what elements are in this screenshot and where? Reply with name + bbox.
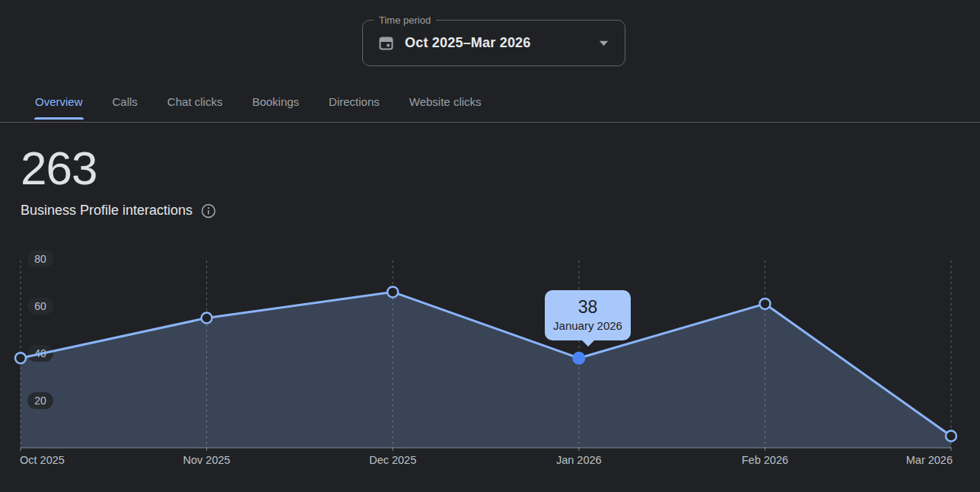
- y-axis-label: 60: [34, 300, 46, 312]
- tab-bookings[interactable]: Bookings: [251, 95, 300, 122]
- x-axis-label-2: Dec 2025: [369, 454, 416, 466]
- chart-container: 20406080Oct 2025Nov 2025Dec 2025Jan 2026…: [0, 248, 980, 484]
- info-icon[interactable]: [201, 203, 216, 219]
- x-axis-label-1: Nov 2025: [183, 454, 231, 466]
- chart-point-4[interactable]: [759, 299, 770, 309]
- chart-point-2[interactable]: [387, 286, 398, 297]
- time-period-label: Time period: [374, 14, 436, 27]
- x-axis-label-4: Feb 2026: [742, 454, 788, 466]
- chart-point-selected[interactable]: [572, 352, 585, 365]
- tab-directions[interactable]: Directions: [328, 95, 380, 122]
- tab-overview[interactable]: Overview: [34, 95, 84, 122]
- x-axis-label-0: Oct 2025: [20, 454, 65, 466]
- tooltip-label: January 2026: [545, 319, 631, 332]
- header-bar: Time period Oct 2025–Mar 2026 OverviewCa…: [0, 0, 980, 123]
- y-axis-label: 20: [34, 395, 46, 407]
- tab-calls[interactable]: Calls: [112, 95, 138, 122]
- x-axis-label-5: Mar 2026: [906, 454, 953, 466]
- time-period-selector[interactable]: Time period Oct 2025–Mar 2026: [362, 20, 625, 66]
- y-axis-label: 80: [34, 253, 46, 265]
- time-period-value: Oct 2025–Mar 2026: [405, 35, 531, 51]
- metric-value: 263: [21, 145, 97, 192]
- chart-area-fill: [21, 292, 951, 448]
- metric-label: Business Profile interactions: [21, 203, 192, 219]
- x-axis-label-3: Jan 2026: [556, 454, 602, 466]
- chart-point-5[interactable]: [946, 431, 956, 442]
- caret-down-icon: [599, 40, 609, 46]
- tab-website-clicks[interactable]: Website clicks: [409, 95, 482, 122]
- chart-point-1[interactable]: [202, 313, 212, 324]
- interactions-chart: 20406080Oct 2025Nov 2025Dec 2025Jan 2026…: [0, 248, 980, 476]
- calendar-icon: [378, 35, 394, 51]
- chart-point-0[interactable]: [15, 353, 26, 363]
- chart-tooltip: 38 January 2026: [545, 290, 631, 340]
- tooltip-value: 38: [545, 297, 631, 317]
- tabs: OverviewCallsChat clicksBookingsDirectio…: [34, 95, 482, 122]
- metric-label-row: Business Profile interactions: [21, 203, 216, 219]
- tab-chat-clicks[interactable]: Chat clicks: [167, 95, 224, 122]
